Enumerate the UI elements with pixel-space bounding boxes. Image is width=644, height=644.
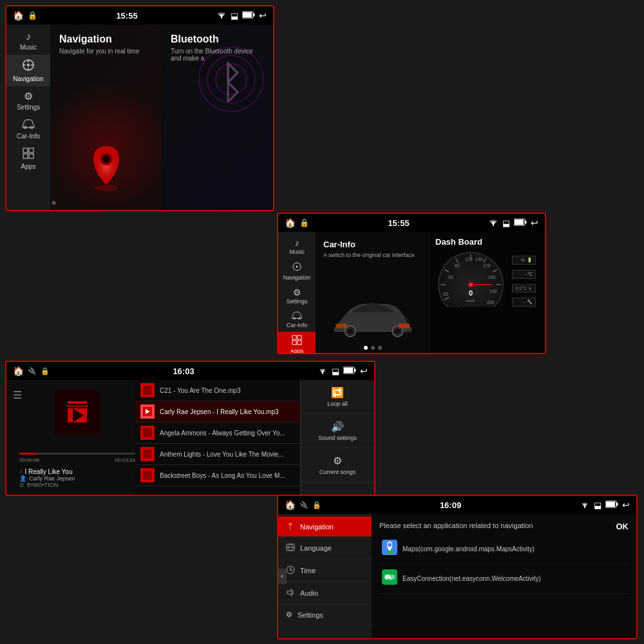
s2-dot-2[interactable]	[371, 346, 375, 350]
playlist-item-3[interactable]: Anthem Lights - Love You Like The Movie.…	[135, 444, 300, 465]
svg-rect-49	[399, 324, 410, 328]
svg-point-87	[584, 506, 585, 507]
playlist-item-2[interactable]: Angela Ammons - Always Getting Over Yo..…	[135, 422, 300, 444]
time-display-1: 15:55	[116, 11, 137, 21]
svg-rect-34	[525, 221, 527, 224]
back-icon-3[interactable]: ↩	[360, 366, 368, 376]
nav-settings-sidebar: 📍 Navigation Language Time Audio	[278, 514, 372, 638]
music-icon: ♪	[26, 31, 31, 43]
nav-settings-item-navigation[interactable]: 📍 Navigation	[278, 516, 372, 537]
sidebar-item-carinfo-2[interactable]: Car-Info	[278, 308, 316, 332]
dashboard-card-title: Dash Board	[435, 237, 540, 247]
nav-settings-item-settings[interactable]: ⚙ Settings	[278, 605, 372, 625]
playlist-title-1: Carly Rae Jepsen - I Really Like You.mp3	[160, 408, 279, 415]
screen2-carinfo: 🏠 🔒 15:55 ⬓ ↩ ♪ Music Navigat	[277, 213, 546, 354]
nav-card-title: Navigation	[59, 33, 153, 45]
thumb-4	[140, 468, 155, 482]
settings-icon-2: ⚙	[293, 287, 301, 298]
track-artist: Carly Rae Jepsen	[29, 475, 75, 482]
sidebar-item-navigation-1[interactable]: Navigation	[6, 55, 50, 86]
currentsong-icon: ⚙	[333, 455, 342, 467]
svg-text:200: 200	[488, 275, 496, 279]
card-carinfo-panel[interactable]: Car-Info A switch to the original car in…	[316, 232, 430, 353]
sidebar-label-carinfo-1: Car-Info	[17, 133, 40, 140]
app-option-maps[interactable]: Maps(com.google.android.maps.MapsActivit…	[379, 535, 629, 564]
card-navigation[interactable]: Navigation Navigate for you in real time	[50, 24, 162, 210]
svg-text:km/h: km/h	[466, 299, 475, 303]
time-display-4: 16:09	[440, 500, 461, 510]
sidebar-collapse-button[interactable]: ‹	[278, 569, 287, 584]
playlist-item-0[interactable]: C21 - You Are The One.mp3	[135, 380, 300, 401]
svg-rect-86	[143, 471, 152, 480]
nav-settings-item-audio[interactable]: Audio	[278, 582, 372, 605]
sidebar-item-settings-1[interactable]: ⚙ Settings	[6, 86, 50, 115]
svg-rect-35	[515, 220, 524, 225]
home-icon-4[interactable]: 🏠	[285, 500, 296, 510]
time-total: 00:03:24	[115, 457, 135, 463]
apps-icon-2	[292, 335, 302, 347]
nav-settings-item-language[interactable]: Language	[278, 537, 372, 560]
battery-icon-2	[514, 218, 527, 227]
carousel-dot-2[interactable]	[52, 201, 56, 205]
nav-settings-item-time[interactable]: Time	[278, 560, 372, 582]
svg-rect-85	[143, 450, 152, 459]
sound-label: Sound settings	[318, 435, 357, 441]
sidebar-item-carinfo-1[interactable]: Car-Info	[6, 115, 50, 144]
wifi-icon-3	[317, 366, 328, 375]
playlist-item-4[interactable]: Backstreet Boys - As Long As You Love M.…	[135, 465, 300, 486]
home-icon[interactable]: 🏠	[13, 10, 24, 21]
home-icon-3[interactable]: 🏠	[13, 366, 24, 376]
carinfo-icon-2	[291, 311, 303, 321]
status-bar-1: 🏠 🔒 15:55 ⬓ ↩	[6, 6, 273, 24]
svg-rect-82	[143, 386, 152, 395]
nav-settings-time-icon	[286, 565, 295, 576]
s2-dot-3[interactable]	[378, 346, 382, 350]
battery-icon	[242, 11, 255, 20]
time-display-3: 16:03	[173, 366, 194, 376]
app-option-easyconnect[interactable]: EasyConnection(net.easyconn.WelcomeActiv…	[379, 564, 629, 594]
music-menu-panel: 🔁 Loop all 🔊 Sound settings ⚙ Current so…	[300, 380, 374, 495]
nav-app-select-panel: Please select an application related to …	[372, 514, 636, 638]
sidebar-item-music-2[interactable]: ♪ Music	[278, 234, 316, 258]
menu-item-sound[interactable]: 🔊 Sound settings	[301, 414, 374, 448]
svg-rect-89	[616, 503, 618, 506]
wifi-icon-2	[488, 218, 498, 227]
svg-rect-2	[253, 14, 255, 17]
nav-settings-time-label: Time	[300, 567, 316, 574]
svg-text:80: 80	[455, 263, 460, 268]
music-player-panel: ☰ 00:00:06 00:03:24	[6, 380, 135, 495]
home-icon-2[interactable]: 🏠	[285, 218, 296, 228]
sidebar-item-nav-2[interactable]: Navigation	[278, 258, 316, 284]
svg-rect-79	[68, 401, 87, 404]
menu-item-loop[interactable]: 🔁 Loop all	[301, 380, 374, 414]
card-bluetooth[interactable]: Bluetooth Turn on the Bluetooth device a…	[162, 24, 273, 210]
sidebar-item-apps-1[interactable]: Apps	[6, 144, 50, 174]
svg-text:50: 50	[448, 275, 453, 279]
playlist-item-1[interactable]: Carly Rae Jepsen - I Really Like You.mp3	[135, 401, 300, 422]
hamburger-icon[interactable]: ☰	[13, 389, 22, 401]
maps-app-label: Maps(com.google.android.maps.MapsActivit…	[402, 545, 535, 553]
svg-point-98	[388, 543, 392, 547]
nav-select-prompt: Please select an application related to …	[379, 522, 629, 529]
ok-button[interactable]: OK	[616, 522, 629, 531]
back-icon-4[interactable]: ↩	[622, 500, 630, 510]
back-icon[interactable]: ↩	[259, 10, 267, 21]
sidebar-item-music-1[interactable]: ♪ Music	[6, 27, 50, 55]
menu-item-currentsongs[interactable]: ⚙ Current songs	[301, 448, 374, 482]
nav-settings-settings-icon: ⚙	[286, 611, 292, 619]
sidebar-item-apps-2[interactable]: Apps	[278, 332, 316, 354]
status-bar-4: 🏠 🔌 🔒 16:09 ⬓ ↩	[278, 496, 636, 514]
back-icon-2[interactable]: ↩	[531, 218, 538, 228]
svg-line-96	[290, 570, 292, 571]
nav-icon-2	[292, 261, 302, 274]
sidebar-item-settings-2[interactable]: ⚙ Settings	[278, 284, 316, 308]
track-album: E•MO•TION	[27, 482, 58, 488]
status-bar-2: 🏠 🔒 15:55 ⬓ ↩	[278, 214, 545, 232]
s2-dot-1[interactable]	[364, 346, 368, 350]
bluetooth-icon-3: ⬓	[332, 366, 339, 376]
svg-point-22	[95, 185, 118, 191]
svg-text:230: 230	[489, 289, 497, 294]
svg-rect-48	[336, 324, 348, 328]
lock-icon: 🔒	[28, 11, 37, 20]
sidebar-label-nav-1: Navigation	[13, 75, 43, 82]
